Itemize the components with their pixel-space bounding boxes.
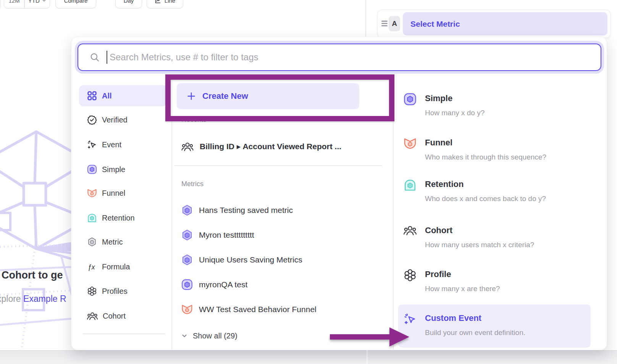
middle-section-divider: [174, 165, 382, 166]
verified-badge-icon: [87, 115, 97, 125]
show-all-toggle[interactable]: Show all (29): [181, 328, 237, 344]
metric-list-item[interactable]: Hans Testing saved metric: [181, 202, 293, 219]
type-option-funnel[interactable]: Funnel Who makes it through this sequenc…: [404, 137, 546, 161]
formula-icon: ƒx: [87, 262, 97, 272]
day-label: Day: [124, 0, 134, 4]
type-option-profile[interactable]: Profile How many x are there?: [404, 269, 500, 293]
funnel-icon: [404, 137, 417, 150]
recent-item-billing[interactable]: Billing ID ▸ Account Viewed Report ...: [181, 138, 341, 155]
toolbar-edge-fragment: [0, 0, 1, 8]
day-button[interactable]: Day: [115, 0, 142, 8]
sidebar-item-label: Simple: [102, 165, 125, 174]
line-chart-icon: [155, 0, 161, 4]
sidebar-item-retention[interactable]: Retention: [79, 207, 167, 229]
type-option-custom-event[interactable]: Custom Event Build your own event defini…: [404, 312, 525, 337]
search-icon: [90, 52, 100, 62]
type-title: Profile: [425, 269, 500, 280]
example-link-fragment: R: [60, 294, 66, 304]
svg-text:ƒx: ƒx: [88, 263, 95, 271]
retention-icon: [87, 213, 97, 223]
background-heading: r Cohort to ge: [0, 269, 63, 281]
sidebar-section-divider: [83, 333, 165, 334]
type-title: Cohort: [425, 225, 534, 236]
cohort-people-icon: [404, 225, 417, 236]
sidebar-item-funnel[interactable]: Funnel: [79, 182, 167, 204]
sidebar-item-all[interactable]: All: [79, 85, 167, 106]
metric-list-item[interactable]: Myron testtttttttt: [181, 227, 254, 243]
select-metric-button[interactable]: Select Metric: [403, 12, 607, 35]
type-description: How many x do y?: [425, 109, 485, 117]
sidebar-item-label: Retention: [102, 214, 135, 222]
type-description: How many users match x criteria?: [425, 241, 534, 249]
metric-list-item[interactable]: Unique Users Saving Metrics: [181, 251, 302, 268]
custom-event-cursor-icon: [404, 312, 417, 325]
row-badge-label: A: [392, 19, 397, 28]
sidebar-item-label: Funnel: [102, 189, 125, 198]
sidebar-item-label: Event: [102, 140, 121, 149]
drag-handle-icon[interactable]: [381, 21, 388, 26]
sidebar-item-event[interactable]: Event: [79, 134, 167, 155]
sidebar-item-tags[interactable]: Tags: [79, 342, 167, 350]
sidebar-item-profiles[interactable]: Profiles: [79, 280, 167, 302]
profiles-cluster-icon: [404, 269, 417, 282]
range-ytd-button[interactable]: YTD: [25, 0, 50, 8]
sidebar-item-label: Verified: [102, 116, 128, 124]
line-label: Line: [165, 0, 175, 4]
metric-row-badge: A: [389, 16, 400, 31]
example-link[interactable]: Example: [23, 294, 57, 304]
line-chart-type-button[interactable]: Line: [147, 0, 183, 8]
sidebar-item-cohort[interactable]: Cohort: [79, 305, 167, 327]
metrics-section-label: Metrics: [181, 180, 204, 188]
sidebar-item-label: Profiles: [102, 287, 128, 296]
retention-icon: [404, 179, 417, 192]
metric-list-item[interactable]: WW Test Saved Behavior Funnel: [181, 301, 317, 318]
type-description: Who does x and comes back to do y?: [425, 195, 546, 203]
type-description: How many x are there?: [425, 285, 500, 293]
sidebar-item-label: Metric: [102, 238, 123, 246]
type-option-simple[interactable]: Simple How many x do y?: [404, 93, 485, 117]
type-option-retention[interactable]: Retention Who does x and comes back to d…: [404, 179, 546, 203]
metric-search-input[interactable]: [109, 52, 601, 63]
metric-row-card: A Select Metric: [377, 10, 611, 38]
metric-item-label: WW Test Saved Behavior Funnel: [199, 305, 317, 314]
funnel-icon: [181, 304, 193, 315]
metric-hexagon-icon: [181, 229, 193, 241]
sidebar-item-simple[interactable]: Simple: [79, 159, 167, 180]
type-title: Retention: [425, 179, 546, 190]
text-cursor: [107, 51, 107, 64]
recent-item-label: Billing ID ▸ Account Viewed Report ...: [200, 142, 341, 151]
funnel-icon: [87, 188, 97, 198]
metric-hexagon-gray-icon: [87, 237, 97, 247]
metric-item-label: Hans Testing saved metric: [199, 206, 293, 215]
simple-metric-icon: [404, 93, 417, 106]
metric-hexagon-icon: [181, 254, 193, 266]
show-all-label: Show all (29): [193, 332, 237, 340]
profiles-cluster-icon: [87, 286, 97, 296]
range-12m-button[interactable]: 12M: [4, 0, 24, 8]
bottom-strip: [0, 350, 617, 364]
metric-search-bar[interactable]: [78, 43, 601, 71]
chevron-down-icon: [42, 0, 46, 3]
annotation-highlight-box: [165, 74, 394, 121]
sidebar-item-formula[interactable]: ƒx Formula: [79, 256, 167, 277]
compare-button[interactable]: Compare: [55, 0, 96, 8]
range-ytd-label: YTD: [28, 0, 40, 4]
metric-item-label: Unique Users Saving Metrics: [199, 255, 302, 264]
select-metric-label: Select Metric: [410, 19, 460, 29]
explore-prefix: xplore: [0, 294, 23, 304]
type-title: Simple: [425, 93, 485, 104]
sidebar-item-label: Cohort: [103, 312, 126, 321]
metric-item-label: myronQA test: [199, 280, 247, 289]
metric-list-item[interactable]: myronQA test: [181, 276, 247, 293]
metric-item-label: Myron testtttttttt: [199, 230, 254, 240]
sidebar-item-metric[interactable]: Metric: [79, 231, 167, 253]
date-range-control: 12M YTD: [4, 0, 50, 8]
sidebar-item-label: Formula: [102, 263, 130, 271]
type-description: Who makes it through this sequence?: [425, 153, 546, 161]
sidebar-item-verified[interactable]: Verified: [79, 109, 167, 130]
bottom-strip-divider: [367, 350, 368, 364]
background-explore-line: xplore Example R: [0, 294, 66, 304]
simple-metric-icon: [181, 279, 193, 290]
grid-all-icon: [87, 91, 97, 101]
type-option-cohort[interactable]: Cohort How many users match x criteria?: [404, 225, 534, 249]
